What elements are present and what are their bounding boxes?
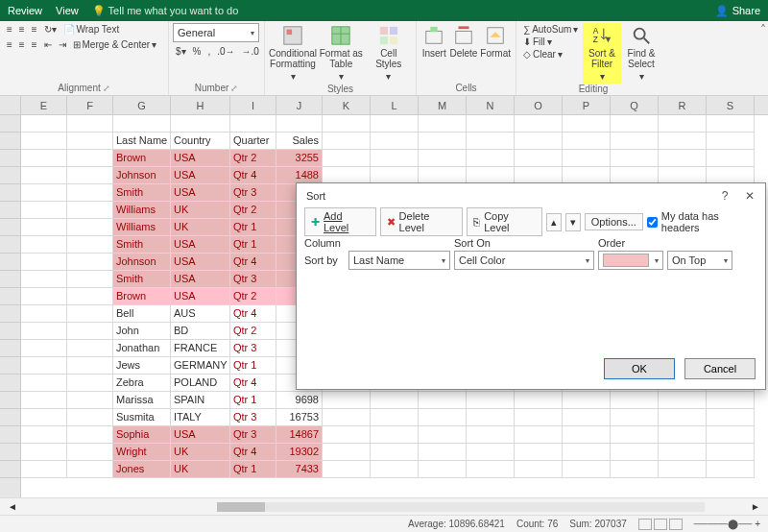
column-header[interactable]: S <box>707 96 755 114</box>
cell[interactable]: 7433 <box>276 461 323 478</box>
cell[interactable] <box>419 461 467 478</box>
copy-level-button[interactable]: ⎘Copy Level <box>467 207 542 236</box>
add-level-button[interactable]: ✚Add Level <box>304 207 376 236</box>
dec-decimal-button[interactable]: →.0 <box>239 45 262 58</box>
cell[interactable]: Jones <box>113 461 171 478</box>
cell[interactable] <box>707 444 755 461</box>
cell[interactable] <box>515 133 563 150</box>
align-left-button[interactable]: ≡ <box>4 38 15 51</box>
cell[interactable] <box>21 357 67 375</box>
cell[interactable]: Smith <box>113 271 171 288</box>
cell[interactable] <box>371 392 419 409</box>
cell[interactable] <box>659 150 707 167</box>
indent-dec-button[interactable]: ⇤ <box>41 38 55 51</box>
cell[interactable]: Marissa <box>113 392 171 409</box>
column-header[interactable]: M <box>419 96 467 114</box>
cell[interactable] <box>611 461 659 478</box>
horizontal-scrollbar[interactable]: ◄ ► <box>0 497 768 515</box>
cell[interactable] <box>707 133 755 150</box>
cell[interactable] <box>419 133 467 150</box>
comma-button[interactable]: , <box>204 45 213 58</box>
cell[interactable] <box>611 115 659 133</box>
cell[interactable]: Qtr 4 <box>230 375 276 392</box>
cell[interactable] <box>419 150 467 167</box>
cell[interactable]: BD <box>171 323 230 340</box>
tell-me[interactable]: 💡 Tell me what you want to do <box>92 5 239 17</box>
cell[interactable] <box>515 409 563 426</box>
cell[interactable] <box>563 392 611 409</box>
cell[interactable]: Qtr 1 <box>230 392 276 409</box>
clear-button[interactable]: ◇ Clear ▾ <box>520 48 565 60</box>
currency-button[interactable]: $▾ <box>173 45 189 58</box>
cell[interactable] <box>563 150 611 167</box>
cell[interactable] <box>563 409 611 426</box>
move-up-button[interactable]: ▴ <box>546 213 562 231</box>
cell[interactable] <box>67 133 113 150</box>
cell[interactable] <box>659 426 707 444</box>
cell[interactable] <box>371 115 419 133</box>
cell[interactable] <box>323 150 371 167</box>
cell[interactable] <box>467 444 515 461</box>
cell[interactable] <box>21 236 67 254</box>
cell[interactable] <box>659 444 707 461</box>
cell[interactable]: Qtr 3 <box>230 340 276 357</box>
cell[interactable]: John <box>113 323 171 340</box>
percent-button[interactable]: % <box>190 45 204 58</box>
cell[interactable] <box>323 115 371 133</box>
cell[interactable]: 9698 <box>276 392 323 409</box>
cell[interactable]: USA <box>171 426 230 444</box>
cell[interactable]: Johnson <box>113 167 171 184</box>
cell[interactable] <box>67 167 113 184</box>
cell[interactable]: Qtr 3 <box>230 184 276 202</box>
cell[interactable]: Susmita <box>113 409 171 426</box>
cell[interactable]: UK <box>171 202 230 219</box>
cell[interactable] <box>467 392 515 409</box>
delete-level-button[interactable]: ✖Delete Level <box>380 207 464 236</box>
column-header[interactable]: N <box>467 96 515 114</box>
insert-button[interactable]: Insert <box>420 23 447 60</box>
sortby-field-dropdown[interactable]: Last Name▾ <box>348 251 450 270</box>
cell[interactable] <box>707 461 755 478</box>
cell[interactable] <box>419 115 467 133</box>
cell[interactable]: Sophia <box>113 426 171 444</box>
cell[interactable]: Qtr 2 <box>230 150 276 167</box>
cell[interactable]: Qtr 4 <box>230 444 276 461</box>
cell[interactable] <box>21 461 67 478</box>
move-down-button[interactable]: ▾ <box>565 213 581 231</box>
cell[interactable] <box>67 357 113 375</box>
column-header[interactable]: J <box>276 96 323 114</box>
cell[interactable] <box>371 150 419 167</box>
column-header[interactable]: L <box>371 96 419 114</box>
tab-view[interactable]: View <box>56 5 79 16</box>
cell[interactable]: 3255 <box>276 150 323 167</box>
help-icon[interactable]: ? <box>715 189 734 203</box>
cell[interactable] <box>113 115 171 133</box>
cell[interactable] <box>67 202 113 219</box>
cell[interactable] <box>611 392 659 409</box>
cell[interactable]: Qtr 2 <box>230 323 276 340</box>
cell[interactable] <box>563 115 611 133</box>
cell[interactable] <box>67 444 113 461</box>
cell[interactable]: Qtr 2 <box>230 288 276 305</box>
cell[interactable] <box>515 392 563 409</box>
autosum-button[interactable]: ∑ AutoSum ▾ <box>520 23 581 36</box>
cell[interactable] <box>659 392 707 409</box>
column-header[interactable]: O <box>515 96 563 114</box>
cell[interactable] <box>21 184 67 202</box>
cell[interactable] <box>659 115 707 133</box>
column-header[interactable]: K <box>323 96 371 114</box>
cell[interactable] <box>67 184 113 202</box>
find-select-button[interactable]: Find & Select ▾ <box>622 23 660 84</box>
cell[interactable] <box>67 254 113 271</box>
options-button[interactable]: Options... <box>585 213 643 230</box>
zoom-slider[interactable]: ─────⬤── + <box>694 519 760 529</box>
cell[interactable]: Brown <box>113 288 171 305</box>
cell[interactable] <box>611 444 659 461</box>
column-header[interactable]: G <box>113 96 171 114</box>
merge-center-button[interactable]: ⊞Merge & Center ▾ <box>70 38 160 51</box>
column-header[interactable]: H <box>171 96 230 114</box>
cell[interactable]: Smith <box>113 236 171 254</box>
cell[interactable]: 16753 <box>276 409 323 426</box>
cell[interactable] <box>323 133 371 150</box>
cell[interactable] <box>67 305 113 323</box>
